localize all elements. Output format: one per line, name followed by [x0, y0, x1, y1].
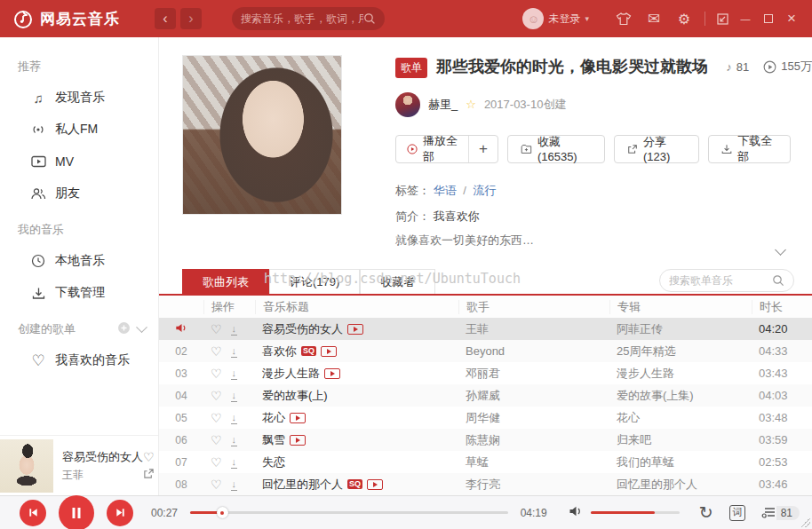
theme-skin-button[interactable]	[609, 0, 639, 37]
song-artist[interactable]: 草蜢	[458, 454, 609, 470]
back-button[interactable]: ‹	[155, 8, 176, 29]
window-resize-grip[interactable]	[801, 518, 810, 527]
like-button[interactable]: ♡	[211, 390, 222, 402]
creator-avatar[interactable]	[395, 92, 420, 117]
download-button[interactable]: ↓	[231, 367, 238, 380]
like-button[interactable]: ♡	[211, 345, 222, 358]
like-button[interactable]: ♡	[211, 456, 222, 469]
tab-collectors[interactable]: 收藏者	[360, 269, 435, 294]
table-row[interactable]: 05♡↓花心周华健花心03:48	[159, 407, 812, 429]
sidebar-item-liked-music[interactable]: ♡ 我喜欢的音乐	[0, 344, 158, 376]
header-album[interactable]: 专辑	[609, 300, 752, 314]
collapse-playlists-button[interactable]	[138, 323, 146, 336]
song-artist[interactable]: 邓丽君	[458, 366, 609, 382]
table-row[interactable]: 04♡↓爱的故事(上)孙耀威爱的故事(上集)04:03	[159, 384, 812, 407]
messages-button[interactable]: ✉	[639, 0, 669, 37]
global-search-input[interactable]	[241, 12, 363, 25]
creator-name[interactable]: 赫里_	[428, 97, 458, 113]
collapse-description-button[interactable]	[776, 243, 789, 256]
song-album[interactable]: 归来吧	[609, 432, 752, 448]
sidebar-item-discover-music[interactable]: ♫ 发现音乐	[0, 82, 158, 114]
sidebar-item-friends[interactable]: 朋友	[0, 178, 158, 209]
song-title-cell[interactable]: 失恋	[255, 454, 458, 470]
add-to-queue-button[interactable]: +	[468, 136, 498, 162]
tab-song-list[interactable]: 歌曲列表	[182, 269, 269, 294]
song-title-cell[interactable]: 容易受伤的女人	[255, 321, 458, 337]
song-album[interactable]: 漫步人生路	[609, 366, 752, 382]
login-button[interactable]: ☺ 未登录 ▾	[522, 8, 589, 29]
progress-bar[interactable]	[190, 511, 508, 514]
share-song-button[interactable]	[143, 468, 155, 482]
playlist-search[interactable]	[659, 269, 794, 292]
like-button[interactable]: ♡	[211, 478, 222, 491]
sidebar-item-local-music[interactable]: 本地音乐	[0, 245, 158, 277]
song-artist[interactable]: 周华健	[458, 410, 609, 426]
now-playing-artist[interactable]: 王菲	[62, 468, 84, 483]
minimize-button[interactable]: —	[734, 0, 757, 37]
mv-badge[interactable]	[347, 324, 363, 335]
tag-link-mandarin[interactable]: 华语	[434, 184, 457, 197]
loop-mode-button[interactable]: ↻	[699, 504, 713, 521]
song-artist[interactable]: 王菲	[458, 321, 609, 337]
playlist-search-input[interactable]	[669, 274, 772, 287]
header-artist[interactable]: 歌手	[458, 300, 609, 314]
like-button[interactable]: ♡	[211, 367, 222, 380]
table-row[interactable]: ♡↓容易受伤的女人王菲阿菲正传04:20	[159, 318, 812, 340]
tab-comments[interactable]: 评论(179)	[269, 269, 360, 294]
now-playing-title[interactable]: 容易受伤的女人	[62, 449, 143, 465]
now-playing-artwork[interactable]	[0, 439, 53, 493]
song-artist[interactable]: 陈慧娴	[458, 432, 609, 448]
now-playing-mini[interactable]: 容易受伤的女人 ♡ 王菲	[0, 435, 158, 495]
settings-button[interactable]: ⚙	[669, 0, 699, 37]
song-album[interactable]: 花心	[609, 410, 752, 426]
sidebar-item-download-manager[interactable]: 下载管理	[0, 277, 158, 309]
playlist-cover[interactable]	[182, 55, 342, 215]
progress-thumb[interactable]	[217, 507, 228, 518]
global-search[interactable]	[232, 7, 385, 30]
song-album[interactable]: 我们的草蜢	[609, 454, 752, 470]
like-button[interactable]: ♡	[211, 412, 222, 424]
song-album[interactable]: 爱的故事(上集)	[609, 388, 752, 404]
mv-badge[interactable]	[290, 435, 306, 446]
song-artist[interactable]: 李行亮	[458, 477, 609, 493]
add-playlist-button[interactable]	[117, 321, 131, 337]
sidebar-item-mv[interactable]: MV	[0, 146, 158, 178]
like-song-button[interactable]: ♡	[143, 450, 155, 464]
download-button[interactable]: ↓	[231, 412, 238, 424]
mv-badge[interactable]	[290, 413, 306, 423]
song-title-cell[interactable]: 花心	[255, 410, 458, 426]
table-row[interactable]: 07♡↓失恋草蜢我们的草蜢02:53	[159, 451, 812, 473]
close-button[interactable]: ×	[780, 0, 803, 37]
download-button[interactable]: ↓	[231, 345, 238, 358]
table-row[interactable]: 03♡↓漫步人生路邓丽君漫步人生路03:43	[159, 362, 812, 384]
collect-button[interactable]: 收藏(16535)	[507, 135, 605, 163]
song-album[interactable]: 回忆里的那个人	[609, 477, 752, 493]
download-button[interactable]: ↓	[231, 478, 238, 491]
mv-badge[interactable]	[367, 479, 383, 490]
download-button[interactable]: ↓	[231, 434, 238, 446]
song-title-cell[interactable]: 爱的故事(上)	[255, 388, 458, 404]
download-all-button[interactable]: 下载全部	[708, 135, 791, 163]
download-button[interactable]: ↓	[231, 456, 238, 469]
forward-button[interactable]: ›	[180, 8, 202, 29]
download-button[interactable]: ↓	[231, 390, 238, 402]
maximize-button[interactable]	[757, 0, 780, 37]
song-artist[interactable]: 孙耀威	[458, 388, 609, 404]
netease-logo[interactable]: 网易云音乐	[12, 8, 146, 29]
song-title-cell[interactable]: 回忆里的那个人SQ	[255, 477, 458, 493]
volume-button[interactable]	[569, 505, 584, 520]
song-title-cell[interactable]: 喜欢你SQ	[255, 343, 458, 359]
pause-button[interactable]	[59, 495, 94, 529]
lyrics-button[interactable]: 词	[729, 505, 745, 521]
share-button[interactable]: 分享(123)	[614, 135, 699, 163]
header-duration[interactable]: 时长	[752, 300, 812, 314]
mv-badge[interactable]	[324, 368, 340, 379]
play-queue-button[interactable]: 81	[761, 506, 800, 520]
like-button[interactable]: ♡	[211, 434, 222, 446]
mini-mode-button[interactable]	[711, 0, 734, 37]
play-all-button[interactable]: 播放全部	[396, 136, 468, 162]
sidebar-item-personal-fm[interactable]: 私人FM	[0, 114, 158, 146]
volume-slider[interactable]	[591, 511, 680, 514]
mv-badge[interactable]	[321, 346, 337, 357]
song-artist[interactable]: Beyond	[458, 344, 609, 358]
